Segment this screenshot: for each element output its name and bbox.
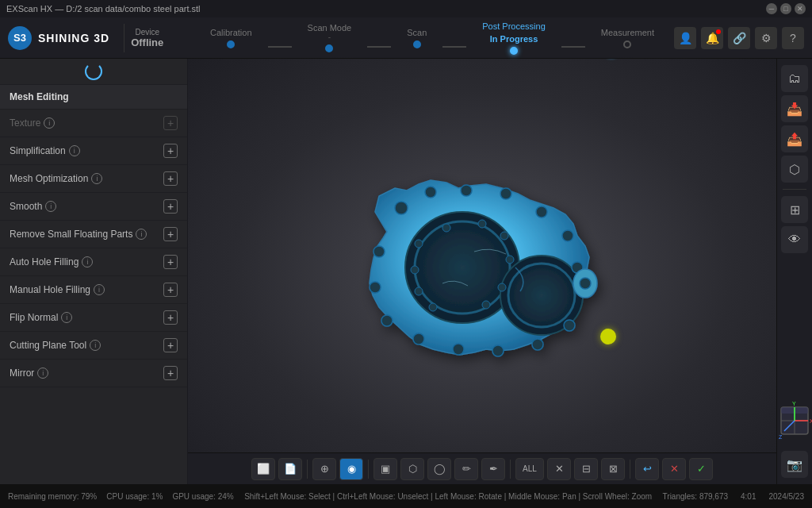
files-button[interactable]: 🗂 (781, 65, 808, 92)
nav-step-calibration[interactable]: Calibration (194, 28, 268, 48)
sidebar-item-texture-left: Texture i (10, 117, 55, 129)
sidebar-item-mesh-optimization[interactable]: Mesh Optimization i + (0, 165, 187, 193)
toolbar-cancel-btn[interactable]: ✕ (662, 458, 686, 480)
export-button[interactable]: 📤 (781, 125, 808, 152)
header-icons: 👤 🔔 🔗 ⚙ ? (674, 27, 812, 49)
cursor-dot (600, 329, 616, 344)
sidebar-item-auto-hole[interactable]: Auto Hole Filling i + (0, 248, 187, 276)
snap-button[interactable]: ⊞ (781, 196, 808, 223)
toolbar-lasso-btn[interactable]: ⬡ (400, 458, 424, 480)
device-status: Device Offline (131, 28, 163, 48)
svg-point-6 (461, 185, 472, 196)
toolbar-mesh-btn[interactable]: ◉ (339, 458, 363, 480)
toolbar-circle-btn[interactable]: ◯ (427, 458, 451, 480)
notifications-button[interactable]: 🔔 (701, 27, 723, 49)
sidebar-item-manual-hole-right: + (163, 283, 178, 297)
sidebar-item-mirror[interactable]: Mirror i + (0, 360, 187, 387)
nav-step-scanmode-label: Scan Mode (308, 23, 352, 33)
hint-text: Shift+Left Mouse: Select | Ctrl+Left Mou… (244, 492, 652, 501)
auto-hole-plus-icon[interactable]: + (163, 255, 178, 269)
paste-icon: 📄 (284, 463, 297, 475)
window-controls: ─ □ ✕ (766, 3, 806, 14)
minimize-button[interactable]: ─ (766, 3, 777, 14)
nav-step-measurement-dot (623, 40, 631, 48)
remove-floating-plus-icon[interactable]: + (163, 227, 178, 241)
nav-step-measurement[interactable]: Measurement (585, 28, 670, 48)
camera-button[interactable]: 📷 (781, 451, 808, 478)
toolbar-clear-btn[interactable]: ⊠ (601, 458, 625, 480)
svg-point-9 (562, 230, 573, 241)
sidebar-item-remove-floating-left: Remove Small Floating Parts i (10, 229, 147, 240)
sidebar-item-manual-hole[interactable]: Manual Hole Filling i + (0, 276, 187, 304)
sidebar-item-remove-floating[interactable]: Remove Small Floating Parts i + (0, 221, 187, 248)
sidebar-item-smooth-left: Smooth i (10, 201, 56, 212)
nav-step-measurement-label: Measurement (601, 28, 654, 37)
toolbar-draw-btn[interactable]: ✏ (454, 458, 478, 480)
toolbar-confirm-btn[interactable]: ✓ (689, 458, 713, 480)
maximize-button[interactable]: □ (780, 3, 791, 14)
close-button[interactable]: ✕ (795, 3, 806, 14)
flip-normal-plus-icon[interactable]: + (163, 310, 178, 325)
nav-step-scanmode[interactable]: Scan Mode - (292, 23, 368, 52)
sidebar-item-auto-hole-label: Auto Hole Filling (10, 256, 79, 267)
statusbar-center: Shift+Left Mouse: Select | Ctrl+Left Mou… (244, 492, 652, 501)
texture-plus-icon[interactable]: + (163, 116, 178, 130)
texture-info-icon: i (44, 117, 55, 129)
toolbar-invert-btn[interactable]: ⊟ (574, 458, 598, 480)
nav-step-scan[interactable]: Scan (391, 28, 442, 48)
layers-icon: ⊕ (320, 463, 329, 475)
toolbar-box-select-btn[interactable]: ▣ (373, 458, 397, 480)
toolbar-all-btn[interactable]: ALL (515, 458, 544, 480)
box-select-icon: ▣ (381, 463, 390, 475)
pen-icon: ✒ (489, 463, 498, 475)
statusbar: Remaining memory: 79% CPU usage: 1% GPU … (0, 484, 812, 508)
nav-step-postprocessing[interactable]: Post Processing In Progress (466, 21, 561, 55)
logo-area: S3 SHINING 3D Device Offline (0, 24, 190, 52)
nav-step-calibration-dot (227, 40, 235, 48)
svg-point-23 (506, 256, 514, 264)
sidebar-item-flip-normal[interactable]: Flip Normal i + (0, 304, 187, 332)
sidebar-item-flip-normal-right: + (163, 310, 178, 325)
sidebar-item-mesh-optimization-left: Mesh Optimization i (10, 173, 102, 184)
sidebar-item-texture[interactable]: Texture i + (0, 110, 187, 137)
toolbar-paste-btn[interactable]: 📄 (278, 458, 302, 480)
sidebar-item-smooth[interactable]: Smooth i + (0, 193, 187, 221)
share-button[interactable]: 🔗 (728, 27, 750, 49)
manual-hole-info-icon: i (94, 284, 105, 295)
smooth-plus-icon[interactable]: + (163, 199, 178, 214)
eye-button[interactable]: 👁 (781, 226, 808, 253)
cutting-plane-plus-icon[interactable]: + (163, 338, 178, 352)
toolbar-layers-btn[interactable]: ⊕ (312, 458, 336, 480)
invert-icon: ⊟ (582, 463, 591, 475)
loading-spinner (85, 63, 102, 80)
mirror-plus-icon[interactable]: + (163, 366, 178, 380)
3d-viewport[interactable] (188, 59, 776, 484)
sidebar-item-simplification-left: Simplification i (10, 145, 80, 156)
all-icon: ALL (523, 464, 537, 473)
toolbar-pen-btn[interactable]: ✒ (481, 458, 505, 480)
settings-button[interactable]: ⚙ (755, 27, 777, 49)
nav-line-1 (268, 46, 292, 48)
toolbar-copy-btn[interactable]: ⬜ (251, 458, 275, 480)
simplification-plus-icon[interactable]: + (163, 144, 178, 158)
logo-icon: S3 (8, 26, 32, 50)
memory-status: Remaining memory: 79% (8, 492, 97, 501)
tb-sep-4 (630, 460, 630, 479)
toolbar-desel-btn[interactable]: ✕ (547, 458, 571, 480)
svg-point-28 (411, 266, 419, 274)
nav-step-calibration-label: Calibration (210, 28, 252, 37)
manual-hole-plus-icon[interactable]: + (163, 283, 178, 297)
3d-view-button[interactable]: ⬡ (781, 156, 808, 183)
sidebar: Mesh Editing Texture i + Simplification … (0, 59, 188, 484)
help-button[interactable]: ? (782, 27, 804, 49)
sidebar-item-simplification[interactable]: Simplification i + (0, 137, 187, 165)
svg-point-7 (500, 188, 511, 199)
svg-point-18 (373, 246, 385, 257)
svg-point-27 (415, 287, 423, 295)
account-button[interactable]: 👤 (674, 27, 696, 49)
import-button[interactable]: 📥 (781, 95, 808, 122)
toolbar-undo-btn[interactable]: ↩ (635, 458, 659, 480)
mesh-optimization-plus-icon[interactable]: + (163, 171, 178, 186)
statusbar-right: Triangles: 879,673 4:01 2024/5/23 (663, 492, 804, 501)
sidebar-item-cutting-plane[interactable]: Cutting Plane Tool i + (0, 332, 187, 360)
